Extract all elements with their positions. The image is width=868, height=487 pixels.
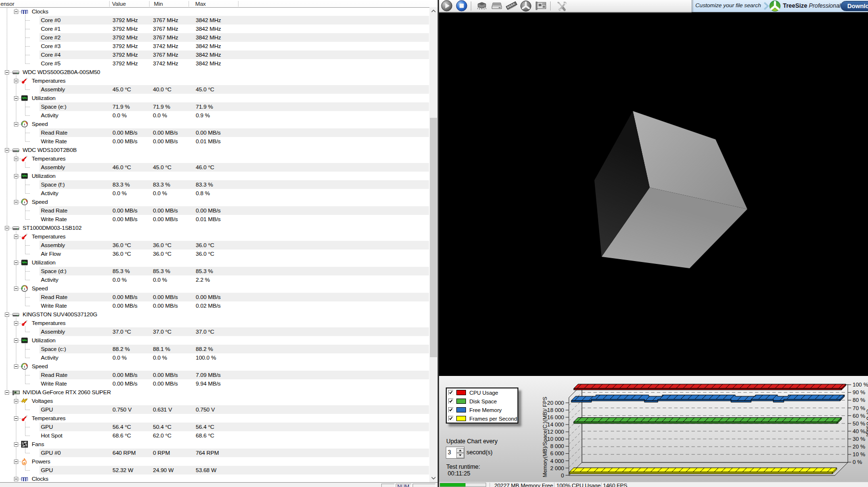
svg-text:16 000: 16 000	[547, 414, 564, 420]
svg-text:14 000: 14 000	[547, 422, 564, 427]
svg-text:40 %: 40 %	[853, 428, 865, 434]
svg-text:2 000: 2 000	[550, 465, 564, 471]
svg-text:Memory(MB)/Space(C:)(MB)/ FPS: Memory(MB)/Space(C:)(MB)/ FPS	[542, 397, 548, 477]
svg-text:100 %: 100 %	[853, 382, 868, 387]
svg-text:0 %: 0 %	[853, 459, 862, 465]
svg-text:50 %: 50 %	[853, 421, 865, 426]
svg-text:80 %: 80 %	[853, 397, 865, 403]
svg-text:20 %: 20 %	[853, 444, 865, 450]
svg-text:8 000: 8 000	[550, 443, 564, 449]
svg-text:18 000: 18 000	[547, 407, 564, 413]
svg-text:90 %: 90 %	[853, 389, 865, 395]
svg-text:20 000: 20 000	[547, 400, 564, 406]
svg-text:CPU Usage: CPU Usage	[866, 409, 868, 437]
svg-text:6 000: 6 000	[550, 450, 564, 456]
svg-text:10 %: 10 %	[853, 451, 865, 457]
svg-text:10 000: 10 000	[547, 436, 564, 442]
svg-text:12 000: 12 000	[547, 429, 564, 435]
svg-text:0: 0	[561, 473, 564, 478]
svg-text:4 000: 4 000	[550, 458, 564, 464]
svg-text:70 %: 70 %	[853, 405, 865, 411]
svg-text:30 %: 30 %	[853, 436, 865, 442]
svg-text:60 %: 60 %	[853, 413, 865, 419]
